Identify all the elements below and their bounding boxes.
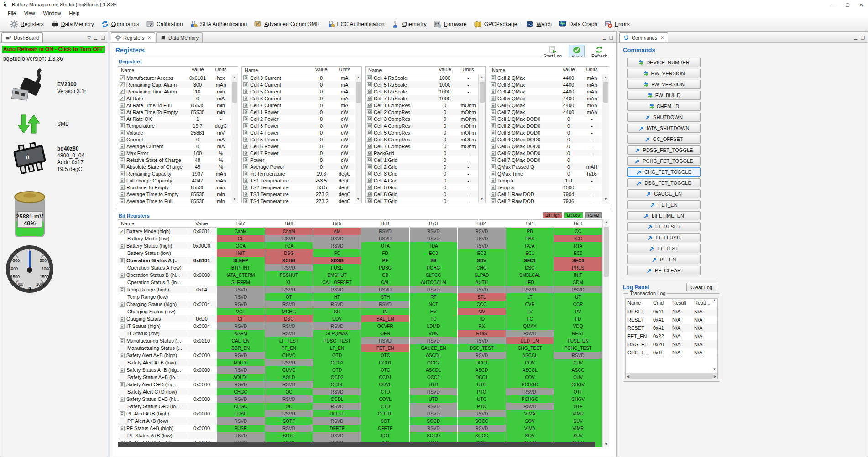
register-row[interactable]: Cell 4 QMax4400mAh [489, 88, 602, 95]
register-row[interactable]: Temperature19.7degC [118, 122, 231, 129]
register-row[interactable]: Cell 1 QMax DOD00- [489, 115, 602, 122]
column-header-name[interactable]: Name [489, 67, 555, 74]
toolbar-item-ecc-authentication[interactable]: ECC Authentication [324, 19, 389, 30]
log-row[interactable]: FET_EN0x22N/AN/A [626, 332, 717, 340]
register-row[interactable]: Cell 2 Raw DOD7936- [489, 197, 602, 203]
register-row[interactable]: Cell 4 RaScale1000- [366, 74, 478, 81]
column-header-name[interactable]: Name [366, 67, 432, 74]
register-row[interactable]: Power0cW [242, 156, 355, 163]
register-row[interactable]: Cell 5 QMax4400mAh [489, 95, 602, 102]
command-button-cc-offset[interactable]: CC_OFFSET [627, 135, 701, 144]
bit-register-row[interactable]: Gauging Status0xD0CFDSGEDVBAL_ENTCTDFCFD [118, 315, 602, 322]
bit-register-row[interactable]: Charging Status (low)VCTMCHGSUINHVMVLVPV [118, 308, 602, 315]
bit-register-row[interactable]: IT Status (low)NSFMRSVDSLPQMAXQENVOKRDIS… [118, 330, 602, 337]
toolbar-item-gpcpackager[interactable]: GPCPackager [471, 19, 523, 30]
close-button[interactable]: ✕ [854, 0, 868, 9]
bit-register-row[interactable]: PF Alert A+B (low)RSVDSOTFRSVDSOTSOCDSOC… [118, 417, 602, 425]
column-header-value[interactable]: Value [308, 67, 335, 74]
bit-column-header-bit5[interactable]: Bit5 [313, 220, 361, 227]
register-row[interactable]: Average Time to Full65535min [118, 197, 231, 203]
bit-register-row[interactable]: Charging Status (high)0x0004RSVDRSVDRSVD… [118, 301, 602, 308]
register-row[interactable]: Cell 1 Power0cW [242, 109, 355, 115]
device-row[interactable]: ti bq40z80 4800_0_04 Addr: 0x17 19.5 deg… [2, 140, 106, 178]
toolbar-item-chemistry[interactable]: Chemistry [389, 19, 431, 30]
bit-column-header-bit2[interactable]: Bit2 [458, 220, 506, 227]
bit-table-scrollbar[interactable]: ▲ ▼ [602, 219, 609, 447]
log-column-header-cmd[interactable]: Cmd [651, 299, 670, 307]
register-row[interactable]: QMax Passed Q0mAH [489, 163, 602, 170]
view-menu-icon[interactable]: ▽ [87, 36, 91, 41]
register-row[interactable]: Cell 5 CompRes0mOhm [366, 129, 478, 136]
command-button-pf-clear[interactable]: PF_CLEAR [627, 266, 701, 275]
register-row[interactable]: Cell 5 QMax DOD00- [489, 143, 602, 150]
register-row[interactable]: Cell 7 QMax DOD00- [489, 156, 602, 163]
register-row[interactable]: Cell 1 Grid0- [366, 156, 478, 163]
register-row[interactable]: Cell 7 Current0mA [242, 102, 355, 109]
command-button-fw-version[interactable]: FW_VERSION [627, 80, 701, 89]
register-row[interactable]: Average Power0cW [242, 163, 355, 170]
register-row[interactable]: Cell 6 Power0cW [242, 143, 355, 150]
toolbar-item-calibration[interactable]: Calibration [143, 19, 187, 30]
register-row[interactable]: Relative State of Charge48% [118, 156, 231, 163]
register-row[interactable]: Manufacturer Access0x6101hex [118, 74, 231, 81]
register-row[interactable]: Cell 7 CompRes0mOhm [366, 143, 478, 150]
column-header-name[interactable]: Name [118, 67, 184, 74]
register-row[interactable]: Cell 1 Raw DOD7904- [489, 191, 602, 197]
bit-register-row[interactable]: Temp Range (low)RSVDOTHTSTHRTSTLLTUT [118, 293, 602, 301]
tab-dashboard[interactable]: DashBoard [1, 32, 43, 42]
command-button-pchg-fet-toggle[interactable]: PCHG_FET_TOGGLE [627, 156, 701, 166]
maximize-button[interactable]: ▢ [841, 0, 854, 9]
tab-close-icon[interactable]: ✕ [660, 36, 664, 40]
toolbar-item-commands[interactable]: Commands [98, 19, 143, 30]
bit-register-row[interactable]: Safety Status C+D (lo...CHGCOCRSVDCTORSV… [118, 403, 602, 410]
column-header-units[interactable]: Units [335, 67, 355, 74]
register-row[interactable]: Cell 7 RaScale1000- [366, 95, 478, 102]
bit-register-row[interactable]: Battery Mode (low)CFRSVDRSVDRSVDRSVDRSVD… [118, 235, 602, 242]
bit-register-row[interactable]: Safety Status A+B (lo...AOLDLAOLDOCD2OCD… [118, 374, 602, 381]
command-button-gauge-en[interactable]: GAUGE_EN [627, 189, 701, 198]
register-row[interactable]: Cell 6 CompRes0mOhm [366, 136, 478, 143]
register-row[interactable]: Cell 7 Power0cW [242, 150, 355, 156]
bit-register-row[interactable]: Manufacturing Status (...BBR_ENPF_ENLF_E… [118, 344, 602, 352]
toolbar-item-registers[interactable]: Registers [7, 19, 48, 30]
register-row[interactable]: TS1 Temperature-53.5degC [242, 177, 355, 184]
register-row[interactable]: At Rate Time To Full65535min [118, 102, 231, 109]
register-row[interactable]: Full charge Capacity4047mAh [118, 177, 231, 184]
maximize-view-icon[interactable]: ❐ [101, 36, 105, 41]
register-row[interactable]: TS2 Temperature-53.5degC [242, 184, 355, 191]
menu-file[interactable]: File [4, 10, 20, 16]
table-scrollbar[interactable]: ▲▼ [602, 74, 609, 203]
bit-register-row[interactable]: PF Status A+B (high)0x0000FUSERSVDDFETFC… [118, 425, 602, 432]
command-button-pf-en[interactable]: PF_EN [627, 255, 701, 264]
bit-column-header-bit4[interactable]: Bit4 [361, 220, 409, 227]
register-row[interactable]: Remaining Cap. Alarm300mAh [118, 81, 231, 88]
register-row[interactable]: Cell 4 Grid0- [366, 177, 478, 184]
register-row[interactable]: Cell 5 Power0cW [242, 136, 355, 143]
register-row[interactable]: PackGrid0- [366, 150, 478, 156]
toolbar-item-watch[interactable]: Watch [523, 19, 556, 30]
register-row[interactable]: Cell 6 QMax4400mAh [489, 102, 602, 109]
register-row[interactable]: Run time To Empty65535min [118, 184, 231, 191]
command-button-device-number[interactable]: DEVICE_NUMBER [627, 58, 701, 67]
adapter-row[interactable]: EV2300 Version:3.1r [2, 68, 106, 108]
register-row[interactable]: Cell 3 CompRes0mOhm [366, 115, 478, 122]
register-row[interactable]: Cell 1 CompRes0mOhm [366, 102, 478, 109]
tab-registers[interactable]: Registers ✕ [111, 32, 155, 42]
register-row[interactable]: Cell 3 Grid0- [366, 170, 478, 177]
minimize-view-icon[interactable]: 🗕 [853, 36, 858, 41]
register-row[interactable]: Cell 3 Power0cW [242, 122, 355, 129]
command-button-chem-id[interactable]: CHEM_ID [627, 102, 701, 111]
command-button-lifetime-en[interactable]: LIFETIME_EN [627, 211, 701, 220]
toolbar-item-firmware[interactable]: 101010Firmware [431, 19, 471, 30]
command-button-lt-flush[interactable]: LT_FLUSH [627, 233, 701, 242]
log-column-header-result[interactable]: Result [670, 299, 692, 307]
command-button-dsg-fet-toggle[interactable]: DSG_FET_TOGGLE [627, 178, 701, 187]
column-header-units[interactable]: Units [458, 67, 478, 74]
register-row[interactable]: Int Temperature19.6degC [242, 170, 355, 177]
minimize-view-icon[interactable]: 🗕 [94, 36, 98, 41]
toolbar-item-data-memory[interactable]: Data Memory [48, 19, 98, 30]
toolbar-item-sha-authentication[interactable]: SHA Authentication [187, 19, 251, 30]
bit-column-header-name[interactable]: Name [118, 220, 187, 227]
register-row[interactable]: Current0mA [118, 136, 231, 143]
minimize-button[interactable]: — [827, 0, 841, 9]
